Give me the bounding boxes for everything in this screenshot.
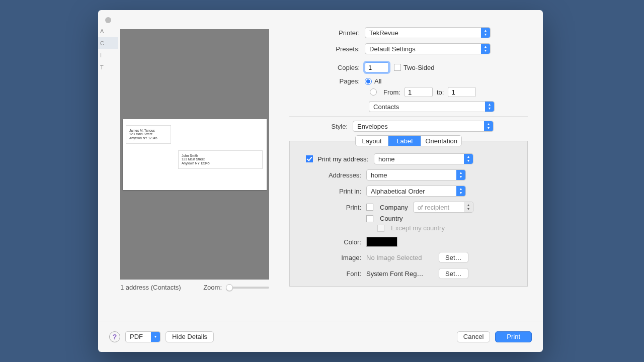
destination-address: John Smith 123 Main Street Anytown NY 12… xyxy=(178,150,263,169)
color-label: Color: xyxy=(292,238,366,246)
pages-to-input[interactable] xyxy=(448,87,476,97)
print-preview: James M. Tanous 123 Main Street Anytown … xyxy=(120,29,269,280)
pages-all-label: All xyxy=(374,77,381,85)
addresses-select[interactable]: home ▴▾ xyxy=(366,169,466,180)
addresses-label: Addresses: xyxy=(292,171,366,179)
zoom-slider-thumb[interactable] xyxy=(226,284,233,291)
company-label: Company xyxy=(380,204,408,211)
tab-orientation[interactable]: Orientation xyxy=(421,136,461,146)
zoom-label: Zoom: xyxy=(203,284,222,291)
presets-label: Presets: xyxy=(289,45,365,53)
printer-label: Printer: xyxy=(289,29,365,37)
dropdown-arrows-icon: ▴▾ xyxy=(485,102,494,112)
dropdown-arrows-icon: ▴▾ xyxy=(481,44,490,54)
dropdown-arrow-icon: ▾ xyxy=(151,332,160,342)
print-in-select[interactable]: Alphabetical Order ▴▾ xyxy=(366,186,466,197)
hide-details-button[interactable]: Hide Details xyxy=(166,331,214,342)
color-well[interactable] xyxy=(366,237,397,247)
pdf-menu-button[interactable]: PDF ▾ xyxy=(125,331,160,342)
dest-name: John Smith xyxy=(182,154,259,158)
dropdown-arrows-icon: ▴▾ xyxy=(456,186,465,196)
image-label: Image: xyxy=(292,254,366,261)
help-button[interactable]: ? xyxy=(109,331,120,342)
font-value: System Font Reg… xyxy=(366,270,435,278)
of-recipient-select[interactable]: of recipient ▴▾ xyxy=(413,202,473,213)
two-sided-label: Two-Sided xyxy=(404,64,434,71)
print-button[interactable]: Print xyxy=(495,331,532,342)
style-select[interactable]: Envelopes ▴▾ xyxy=(353,121,494,132)
printer-select[interactable]: TekRevue ▴▾ xyxy=(365,27,491,38)
dialog-footer: ? PDF ▾ Hide Details Cancel Print xyxy=(98,321,543,352)
pages-label: Pages: xyxy=(289,77,365,85)
presets-select[interactable]: Default Settings ▴▾ xyxy=(365,43,491,54)
copies-input[interactable] xyxy=(365,62,389,72)
print-label: Print: xyxy=(292,204,366,211)
pages-all-radio[interactable] xyxy=(365,78,372,85)
country-label: Country xyxy=(380,215,403,222)
font-label: Font: xyxy=(292,270,366,278)
print-in-label: Print in: xyxy=(292,188,366,195)
dropdown-arrows-icon: ▴▾ xyxy=(464,154,473,164)
tab-label[interactable]: Label xyxy=(388,136,421,146)
panel-tabs: Layout Label Orientation xyxy=(355,135,462,146)
print-my-address-label: Print my address: xyxy=(317,155,374,163)
dropdown-arrows-icon: ▴▾ xyxy=(464,202,473,212)
preview-status: 1 address (Contacts) xyxy=(120,284,181,291)
font-set-button[interactable]: Set… xyxy=(439,268,468,279)
except-my-country-checkbox xyxy=(377,225,384,232)
return-city: Anytown NY 12345 xyxy=(129,136,168,140)
company-checkbox[interactable] xyxy=(366,204,373,211)
except-my-country-label: Except my country xyxy=(391,224,445,232)
image-set-button[interactable]: Set… xyxy=(439,252,468,263)
dropdown-arrows-icon: ▴▾ xyxy=(484,121,493,131)
close-window-button[interactable] xyxy=(105,17,111,23)
envelope-preview: James M. Tanous 123 Main Street Anytown … xyxy=(123,119,267,190)
tab-layout[interactable]: Layout xyxy=(356,136,388,146)
image-value: No Image Selected xyxy=(366,254,435,261)
pages-from-input[interactable] xyxy=(405,87,433,97)
zoom-slider[interactable] xyxy=(226,287,269,289)
pages-range-radio[interactable] xyxy=(370,88,377,96)
print-my-address-checkbox[interactable] xyxy=(306,155,313,162)
print-dialog: ACIT James M. Tanous 123 Main Street Any… xyxy=(98,10,543,352)
cancel-button[interactable]: Cancel xyxy=(457,331,490,342)
divider xyxy=(289,116,528,117)
dropdown-arrows-icon: ▴▾ xyxy=(456,170,465,180)
pages-from-label: From: xyxy=(383,88,400,96)
return-street: 123 Main Street xyxy=(129,132,168,136)
app-options-select[interactable]: Contacts ▴▾ xyxy=(369,101,495,112)
pages-to-label: to: xyxy=(437,88,444,96)
print-my-address-select[interactable]: home ▴▾ xyxy=(374,153,473,164)
dest-street: 123 Main Street xyxy=(182,157,259,161)
return-name: James M. Tanous xyxy=(129,129,168,133)
dropdown-arrows-icon: ▴▾ xyxy=(481,28,490,38)
label-panel: Layout Label Orientation Print my addres… xyxy=(289,141,528,287)
style-label: Style: xyxy=(289,123,353,130)
copies-label: Copies: xyxy=(289,64,365,71)
country-checkbox[interactable] xyxy=(366,215,373,222)
return-address: James M. Tanous 123 Main Street Anytown … xyxy=(126,125,171,144)
two-sided-checkbox[interactable] xyxy=(394,64,401,71)
dest-city: Anytown NY 12345 xyxy=(182,161,259,165)
